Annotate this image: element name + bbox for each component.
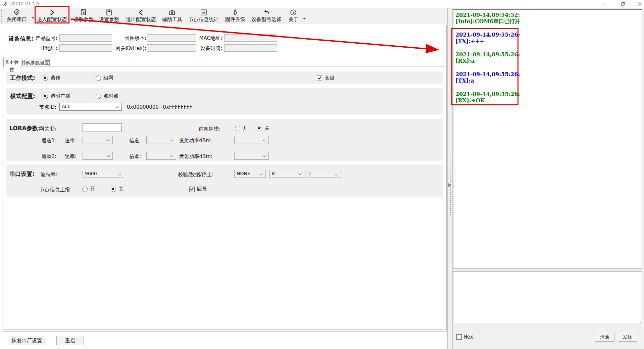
combobox-value: 8 [272, 171, 275, 176]
parity-data-stop-label: 校验/数据/停止: [173, 171, 213, 178]
baud-combobox[interactable]: 9600 [83, 170, 124, 178]
combobox-value: 1 [308, 171, 311, 176]
ip-address-field[interactable] [59, 44, 112, 52]
clear-button[interactable]: 清除 [595, 333, 614, 342]
tab-basic-params[interactable]: 基本参数 [3, 58, 20, 66]
fec-off-radio[interactable]: 关 [257, 125, 269, 132]
device-time-field[interactable] [224, 44, 277, 52]
log-entry: 2021-09-14,09:55:26: [RX]:a [455, 51, 640, 64]
toolbar-gripper[interactable] [1, 9, 2, 22]
app-window: { "window": { "title": "LG210 V1.2.0", "… [0, 0, 644, 349]
lora-gateway-id-input[interactable] [83, 123, 122, 132]
toolbar-button-label: 设备型号选择 [251, 16, 282, 23]
combobox-value: 9600 [85, 171, 97, 176]
send-input-textarea[interactable] [453, 271, 642, 323]
restore-button[interactable] [616, 1, 630, 7]
mode-option-p2p[interactable]: 点对点 [96, 93, 118, 99]
combobox-value: NONE [237, 171, 250, 176]
log-entry: 2021-09-14,09:55:26: [TX]:+++ [455, 32, 640, 44]
hex-checkbox[interactable]: Hex [456, 334, 473, 340]
checkbox-label: 回显 [197, 186, 207, 192]
stop-bits-combobox[interactable]: 1 [306, 170, 341, 178]
toolbar-button-label: 节点信息统计 [189, 16, 219, 23]
window-title: LG210 V1.2.0 [9, 1, 39, 6]
pane-splitter[interactable] [447, 8, 453, 349]
log-time: 2021-09-14,09:55:26: [455, 91, 640, 97]
radio-label: 透明广播 [50, 93, 70, 99]
toolbar-button-aux-tools[interactable]: 辅助工具 [161, 9, 183, 23]
channel2-power-combobox[interactable] [234, 152, 269, 160]
mac-address-field[interactable] [224, 34, 277, 42]
fec-on-radio[interactable]: 开 [235, 125, 248, 132]
about-dropdown-caret-icon[interactable] [303, 18, 306, 19]
field-label-mac-address: MAC地址: [182, 35, 222, 42]
toolbar-button-read-params[interactable]: 读取参数 [72, 9, 95, 23]
toolbar-button-label: 固件升级 [225, 16, 245, 23]
advanced-checkbox[interactable]: 高级 [317, 75, 335, 81]
close-serial-dropdown-caret-icon[interactable] [32, 17, 34, 19]
channel1-rate-combobox[interactable] [83, 136, 113, 144]
serial-pin-check-icon [13, 9, 20, 16]
lora-gateway-id-label: 网关ID: [31, 126, 56, 132]
toolbar-button-about[interactable]: 关于 [286, 9, 301, 23]
mode-config-title: 模式配置: [10, 92, 35, 100]
log-message: [RX]:a [455, 58, 640, 64]
toolbar-button-enter-config[interactable]: 进入配置状态 [36, 9, 68, 23]
minimize-icon [603, 2, 607, 6]
work-mode-option-transparent[interactable]: 透传 [43, 75, 60, 81]
log-entry: 2021-09-14,09:55:26: [RX]:+OK [455, 91, 640, 104]
close-button[interactable] [633, 1, 644, 7]
toolbar-button-firmware-upgrade[interactable]: 固件升级 [224, 9, 246, 23]
node-id-range-hint: 0x00000000~0xFFFFFFFF [127, 104, 192, 110]
radio-selected-icon [43, 76, 48, 81]
serial-settings-title: 串口设置: [9, 170, 35, 178]
radio-selected-icon [257, 126, 262, 131]
toolbar-button-close-serial[interactable]: 关闭串口 [3, 9, 30, 23]
radio-label: 关 [264, 125, 269, 132]
channel1-power-label: 发射功率dBm: [169, 138, 212, 144]
log-message: [TX]:a [455, 78, 640, 84]
log-output-area[interactable]: 2021-09-14,09:54:52: [Info]:COM6串口已打开 20… [453, 9, 642, 268]
radio-selected-icon [111, 187, 116, 192]
send-button[interactable]: 发送 [618, 333, 637, 342]
radio-label: 开 [243, 125, 248, 132]
radio-label: 透传 [50, 75, 60, 81]
data-bits-combobox[interactable]: 8 [269, 170, 304, 178]
radio-label: 开 [90, 186, 95, 192]
echo-checkbox[interactable]: 回显 [189, 186, 207, 192]
toolbar-button-device-model-select[interactable]: 设备型号选择 [249, 9, 284, 23]
work-mode-title: 工作模式: [10, 74, 35, 82]
mode-config-section: 模式配置: 透明广播 点对点 节点ID: ALL 0x00000000~0xFF… [6, 88, 443, 114]
parity-combobox[interactable]: NONE [234, 170, 266, 178]
node-id-combobox[interactable]: ALL [59, 103, 122, 111]
channel1-rate-label: 速率: [56, 138, 77, 144]
info-icon [290, 9, 297, 16]
product-model-field[interactable] [59, 34, 112, 42]
toolbar-button-exit-config[interactable]: 退出配置状态 [123, 9, 158, 23]
splitter-collapse-arrow-icon[interactable] [448, 183, 451, 187]
app-logo-icon [3, 1, 8, 7]
field-label-product-model: 产品型号: [17, 35, 57, 42]
tab-other-params[interactable]: 其他参数设置 [21, 59, 50, 66]
channel2-rate-label: 速率: [56, 153, 77, 160]
log-message: [TX]:+++ [455, 38, 640, 44]
restart-button[interactable]: 重启 [56, 336, 84, 345]
node-report-on-radio[interactable]: 开 [82, 186, 95, 192]
work-mode-option-network[interactable]: 组网 [96, 75, 113, 81]
chart-window-icon [200, 9, 207, 16]
toolbar-button-set-params[interactable]: 设置参数 [98, 9, 120, 23]
factory-reset-button[interactable]: 恢复出厂设置 [9, 336, 45, 345]
channel1-power-combobox[interactable] [234, 136, 269, 144]
toolbar-button-label: 退出配置状态 [126, 16, 156, 23]
log-message: [Info]:COM6串口已打开 [455, 18, 640, 24]
radio-icon [96, 94, 101, 99]
node-id-label: 节点ID: [31, 104, 56, 110]
combobox-value: ALL [62, 104, 70, 109]
toolbar-button-node-stats[interactable]: 节点信息统计 [187, 9, 221, 23]
node-report-off-radio[interactable]: 关 [111, 186, 123, 192]
channel2-rate-combobox[interactable] [83, 152, 113, 160]
serial-settings-section: 串口设置: 波特率: 9600 校验/数据/停止: NONE 8 1 节点信息上… [6, 164, 443, 197]
fec-label: 前向纠错: [180, 126, 220, 132]
mode-option-broadcast[interactable]: 透明广播 [43, 93, 70, 99]
minimize-button[interactable] [598, 1, 611, 7]
